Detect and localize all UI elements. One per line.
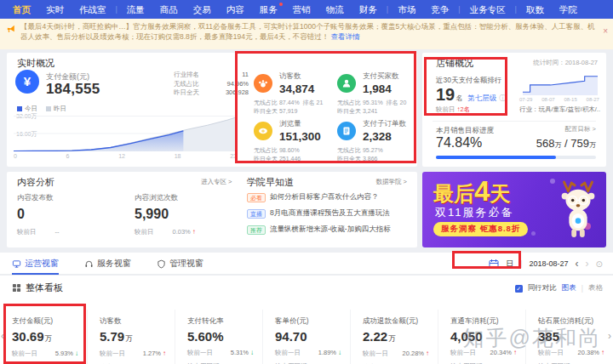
kpi-card-pay-amount[interactable]: 支付金额(元) 30.69万 较前一日5.93%↓ 较上周同期0.05%↑ <box>0 310 87 364</box>
visitor-paw-icon <box>254 74 272 93</box>
realtime-metric-grid: 访客数 34,874 无线占比 87.44% 排名 21 昨日全天 57,919… <box>250 70 417 165</box>
nav-item-1[interactable]: 实时 <box>38 0 72 19</box>
target-progress-bar <box>436 156 596 159</box>
realtime-title: 实时概况 <box>17 57 54 70</box>
notice-detail-link[interactable]: 查看详情 <box>331 32 360 41</box>
info-icon[interactable]: ⓘ <box>499 94 506 103</box>
date-value[interactable]: 2018-08-27 <box>530 259 569 268</box>
promo-banner[interactable]: 最后4天 双11服务必备 服务洞察 钜惠8.8折 <box>422 172 606 247</box>
monitor-icon <box>12 259 21 269</box>
nav-item-16[interactable]: 业务专区 <box>462 0 513 19</box>
kpi-card-conversion[interactable]: 支付转化率 5.60% 较前一日5.31%↓ 较上周同期6.46%↑ <box>175 310 262 364</box>
dashboard-icon <box>12 283 21 293</box>
industry-label: 行业：玩具/童车/益智/积木/.. <box>519 105 601 114</box>
content-analysis-panel: 内容分析 进入专区 > 内容发布数 0 较前日-- 内容浏览次数 5,990 较… <box>7 172 417 247</box>
target-progress-fill <box>436 156 556 159</box>
board-title-row: 整体看板 <box>12 282 63 294</box>
tab-management-view[interactable]: 管理视窗 <box>157 253 203 275</box>
peer-compare-label: 同行对比 <box>528 283 557 293</box>
notification-badge <box>279 3 283 6</box>
x-axis-ticks: 06 1218 23 <box>14 153 237 159</box>
notice-bar: 【最后4天倒计时，商旺抢购中…】官方服务效果洞察，双11必备服务工具，可实时计算… <box>0 19 613 49</box>
rank-trend-chart <box>523 73 598 95</box>
academy-more-link[interactable]: 数据学院 > <box>376 178 407 186</box>
kpi-card-visitors[interactable]: 访客数 5.79万 较前一日1.27%↑ 较上周同期5.46%↓ <box>87 310 175 364</box>
metric-card-pageviews[interactable]: 浏览量 151,300 无线占比 98.60% 昨日全天 251,446 <box>250 117 334 165</box>
content-views-metric: 内容浏览次数 5,990 较前日0.03%↑ <box>135 193 196 236</box>
rank-compare: 较前日↑2名 <box>436 105 470 114</box>
peer-compare-checkbox[interactable]: ✓ <box>515 285 523 293</box>
board-options: ✓ 同行对比 图表 | 表格 <box>515 283 603 293</box>
nav-item-7[interactable]: 内容 <box>219 0 252 19</box>
nav-item-13[interactable]: 市场 <box>390 0 423 19</box>
view-chart-toggle[interactable]: 图表 <box>562 283 576 293</box>
notice-text: 【最后4天倒计时，商旺抢购中…】官方服务效果洞察，双11必备服务工具，可实时计算… <box>20 22 595 41</box>
metric-card-suborders[interactable]: 支付子订单数 2,328 无线占比 95.27% 昨日全天 3,866 <box>334 117 417 165</box>
order-doc-icon <box>337 122 356 140</box>
deer-mascot <box>552 179 604 246</box>
rank-value-row: 19 名 第七层级 ⓘ <box>436 85 506 105</box>
content-publish-metric: 内容发布数 0 较前日-- <box>17 193 60 236</box>
nav-item-6[interactable]: 交易 <box>186 0 219 19</box>
kpi-card-avg-order[interactable]: 客单价(元) 94.70 较前一日1.89%↓ 较上周同期3.01%↓ <box>262 310 350 364</box>
rank-chart-ticks: 07-2908-07 08-1508-27 <box>519 97 599 102</box>
target-percent: 74.84% <box>436 135 482 151</box>
kpi-card-diamond-spend[interactable]: 钻石展位消耗(元) 385 较前一日20.38%↑ 较上周同期1.09%↑ <box>525 310 613 364</box>
seller-dashboard: 首页实时作战室|流量商品交易内容服务营销物流财务|市场竞争|业务专区|取数学院 … <box>0 0 613 364</box>
date-next-arrow[interactable]: › <box>586 258 589 270</box>
nav-item-8[interactable]: 服务 <box>252 0 285 19</box>
kpi-card-refund[interactable]: 成功退款金额(元) 2.22万 较前一日20.28%↑ 较上周同期45.92%↑ <box>350 310 438 364</box>
view-table-toggle[interactable]: 表格 <box>588 283 603 293</box>
divider <box>433 121 596 122</box>
date-mode[interactable]: 日 <box>506 259 513 270</box>
calendar-icon[interactable] <box>489 259 499 269</box>
tab-operations-view[interactable]: 运营视窗 <box>12 253 59 275</box>
metric-card-buyers[interactable]: 支付买家数 1,984 无线占比 95.31% 排名 20 昨日全天 3,241 <box>334 70 417 117</box>
info-circle-icon[interactable]: ⊙ <box>596 259 603 269</box>
top-nav: 首页实时作战室|流量商品交易内容服务营销物流财务|市场竞争|业务专区|取数学院 <box>0 0 613 19</box>
overall-board: 整体看板 ✓ 同行对比 图表 | 表格 支付金额(元) 30.69万 较前一日5… <box>0 276 613 364</box>
nav-item-14[interactable]: 竞争 <box>423 0 456 19</box>
megaphone-icon <box>7 25 15 37</box>
tab-service-view[interactable]: 服务视窗 <box>84 253 131 275</box>
target-amounts: 568万 / 759万 <box>536 137 596 150</box>
close-icon[interactable]: × <box>603 27 608 36</box>
date-prev-arrow[interactable]: ‹ <box>576 258 579 270</box>
enter-zone-link[interactable]: 进入专区 > <box>201 178 232 186</box>
carousel-prev-arrow[interactable]: ‹ <box>1 330 4 342</box>
nav-item-10[interactable]: 物流 <box>318 0 352 19</box>
nav-item-5[interactable]: 商品 <box>152 0 186 19</box>
promo-headline: 最后4天 <box>433 175 510 208</box>
academy-list: 必看 如何分析目标客户喜欢什么内容？ 直播 8月电商直播课程预告及五大直播玩法 … <box>247 192 414 241</box>
nav-item-0[interactable]: 首页 <box>5 0 38 19</box>
carousel-next-arrow[interactable]: › <box>608 330 611 342</box>
realtime-side-stats: 行业排名11 无线占比94.96% 昨日全天306,928 <box>174 71 249 98</box>
academy-title: 学院早知道 <box>247 176 294 189</box>
kpi-card-ztc-spend[interactable]: 直通车消耗(元) 4,050 较前一日20.34%↑ 较上周同期7.64%↓ <box>438 310 525 364</box>
metric-card-visitors[interactable]: 访客数 34,874 无线占比 87.44% 排名 21 昨日全天 57,919 <box>250 70 334 117</box>
content-title: 内容分析 <box>17 176 54 189</box>
config-target-link[interactable]: 配置目标 > <box>565 125 596 134</box>
realtime-line-chart <box>14 116 237 151</box>
pay-amount-value: 184,555 <box>46 81 100 98</box>
date-controls: 日 | 2018-08-27 ‹ › ⊙ <box>489 253 603 275</box>
realtime-panel: 实时概况 ¥ 支付金额(元) 184,555 行业排名11 无线占比94.96%… <box>7 53 417 167</box>
eye-icon <box>254 122 272 140</box>
nav-item-18[interactable]: 取数 <box>518 0 552 19</box>
academy-item[interactable]: 必看 如何分析目标客户喜欢什么内容？ <box>247 192 414 202</box>
stat-time: 统计时间：2018-08-27 <box>533 59 598 67</box>
view-tabs-bar: 运营视窗 服务视窗 管理视窗 日 | 2018-08-27 ‹ › ⊙ <box>0 253 613 275</box>
kpi-cards-row: 支付金额(元) 30.69万 较前一日5.93%↓ 较上周同期0.05%↑ 访客… <box>0 310 613 364</box>
nav-item-11[interactable]: 财务 <box>352 0 385 19</box>
nav-item-2[interactable]: 作战室 <box>72 0 114 19</box>
promo-discount-pill: 服务洞察 钜惠8.8折 <box>433 222 528 236</box>
shield-icon <box>157 259 166 269</box>
yuan-icon: ¥ <box>15 70 39 94</box>
nav-item-4[interactable]: 流量 <box>119 0 152 19</box>
nav-item-9[interactable]: 营销 <box>285 0 318 19</box>
nav-item-19[interactable]: 学院 <box>552 0 585 19</box>
shop-panel: 店铺概况 统计时间：2018-08-27 近30天支付金额排行 19 名 第七层… <box>422 53 606 167</box>
buyer-person-icon <box>337 74 356 93</box>
academy-item[interactable]: 直播 8月电商直播课程预告及五大直播玩法 <box>247 208 414 219</box>
academy-item[interactable]: 推荐 流量纵横新增来源-收藏-加购四大指标 <box>247 225 414 235</box>
